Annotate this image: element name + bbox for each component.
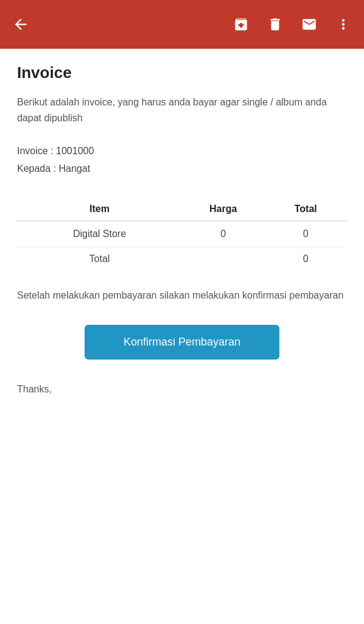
more-options-button[interactable] — [332, 13, 354, 35]
more-vertical-icon — [335, 16, 351, 32]
back-button[interactable] — [10, 13, 32, 35]
total-row: Total 0 — [17, 247, 347, 271]
archive-button[interactable] — [230, 13, 252, 35]
total-value: 0 — [265, 247, 348, 271]
kepada-separator: : — [54, 163, 59, 174]
table-header-row: Item Harga Total — [17, 197, 347, 221]
toolbar-right — [230, 13, 354, 35]
back-arrow-icon — [12, 16, 29, 33]
kepada-line: Kepada : Hangat — [17, 160, 347, 178]
archive-icon — [233, 16, 249, 32]
col-header-total: Total — [265, 197, 348, 221]
kepada-label: Kepada — [17, 163, 51, 174]
row-item: Digital Store — [17, 221, 182, 247]
thanks-text: Thanks, — [17, 384, 347, 395]
invoice-table: Item Harga Total Digital Store00 Total 0 — [17, 197, 347, 271]
description-text: Berikut adalah invoice, yang harus anda … — [17, 94, 347, 126]
row-harga: 0 — [182, 221, 265, 247]
toolbar-left — [10, 13, 32, 35]
total-label: Total — [17, 247, 182, 271]
table-row: Digital Store00 — [17, 221, 347, 247]
total-harga-empty — [182, 247, 265, 271]
invoice-meta: Invoice : 1001000 Kepada : Hangat — [17, 143, 347, 178]
post-payment-note: Setelah melakukan pembayaran silakan mel… — [17, 288, 347, 303]
col-header-harga: Harga — [182, 197, 265, 221]
toolbar — [0, 0, 364, 49]
delete-icon — [267, 16, 283, 32]
delete-button[interactable] — [264, 13, 286, 35]
email-button[interactable] — [298, 13, 320, 35]
invoice-number-separator: : — [51, 146, 56, 156]
invoice-number-line: Invoice : 1001000 — [17, 143, 347, 160]
email-icon — [301, 16, 317, 32]
confirm-payment-button[interactable]: Konfirmasi Pembayaran — [85, 325, 279, 360]
page-title: Invoice — [17, 63, 347, 82]
kepada-value: Hangat — [59, 163, 91, 174]
invoice-number-value: 1001000 — [56, 146, 94, 156]
row-total: 0 — [265, 221, 348, 247]
col-header-item: Item — [17, 197, 182, 221]
content-area: Invoice Berikut adalah invoice, yang har… — [0, 49, 364, 410]
invoice-number-label: Invoice — [17, 146, 48, 156]
